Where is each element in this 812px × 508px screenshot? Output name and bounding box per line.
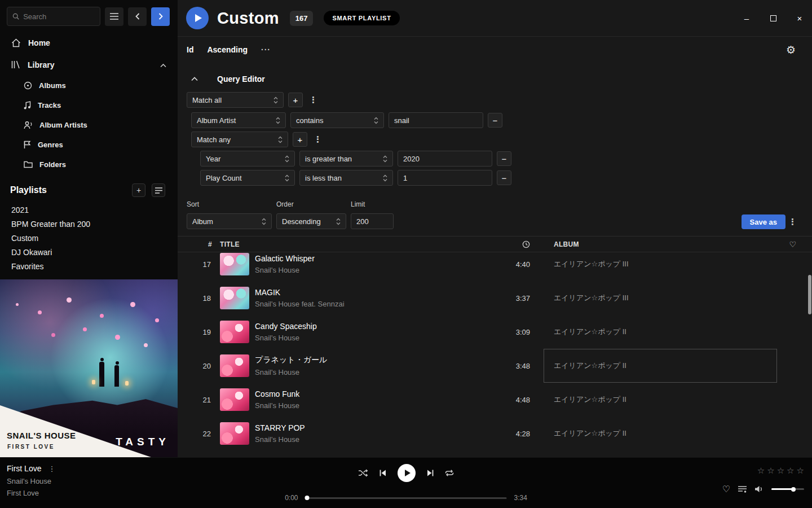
table-row[interactable]: 20 プラネット・ガール Snail's House 3:48 エイリアン☆ポッ… xyxy=(178,349,812,383)
column-header-album[interactable]: ALBUM xyxy=(548,240,774,248)
collapse-button[interactable] xyxy=(187,77,202,81)
star-icon[interactable]: ☆ xyxy=(767,466,774,476)
import-playlist-button[interactable] xyxy=(152,183,165,197)
shuffle-button[interactable] xyxy=(358,469,368,477)
chevron-up-icon[interactable] xyxy=(160,60,166,69)
title-cell: STARRY POP Snail's House xyxy=(255,423,480,444)
star-icon[interactable]: ☆ xyxy=(757,466,765,476)
sidebar-item-home[interactable]: Home xyxy=(0,32,178,54)
rule-value-input[interactable] xyxy=(398,151,492,167)
rule-operator-select[interactable]: is greater than xyxy=(299,151,393,167)
sort-field-button[interactable]: Id xyxy=(187,45,193,54)
remove-rule-button[interactable]: − xyxy=(497,151,511,166)
rating-stars: ☆ ☆ ☆ ☆ ☆ xyxy=(757,466,804,476)
gear-icon[interactable]: ⚙ xyxy=(786,43,796,56)
rule-operator-select[interactable]: contains xyxy=(290,112,384,128)
query-editor-title: Query Editor xyxy=(217,75,265,84)
add-rule-button[interactable]: + xyxy=(288,93,303,107)
volume-handle[interactable] xyxy=(791,487,796,492)
kebab-menu-icon[interactable]: ⋮ xyxy=(48,465,55,473)
track-duration: 3:48 xyxy=(480,362,531,370)
playlist-item-2021[interactable]: 2021 xyxy=(0,203,178,217)
track-duration: 4:28 xyxy=(480,430,531,438)
sidebar-item-albums[interactable]: Albums xyxy=(0,76,178,95)
next-track-button[interactable] xyxy=(426,469,434,477)
kebab-menu-icon[interactable]: ⋮ xyxy=(307,95,319,105)
playlist-item-favorites[interactable]: Favorites xyxy=(0,259,178,273)
rule-field-select[interactable]: Album Artist xyxy=(191,112,286,128)
queue-button[interactable] xyxy=(738,486,747,493)
skip-next-icon xyxy=(426,469,434,477)
menu-button[interactable] xyxy=(105,7,123,26)
column-header-favorite[interactable]: ♡ xyxy=(774,240,812,249)
nav-forward-button[interactable] xyxy=(151,7,170,26)
kebab-menu-icon[interactable]: ⋮ xyxy=(787,217,798,227)
unfold-icon xyxy=(262,218,266,225)
sort-direction-button[interactable]: Ascending xyxy=(207,45,248,54)
favorite-button[interactable]: ♡ xyxy=(722,484,730,494)
add-playlist-button[interactable]: + xyxy=(132,183,145,197)
seek-handle[interactable] xyxy=(305,496,310,500)
play-pause-button[interactable] xyxy=(398,464,416,482)
close-button[interactable]: × xyxy=(795,14,805,23)
sidebar-item-folders[interactable]: Folders xyxy=(0,155,178,174)
seek-bar[interactable] xyxy=(306,497,507,499)
nav-back-button[interactable] xyxy=(128,7,147,26)
match-any-select[interactable]: Match any xyxy=(191,132,288,147)
add-rule-button[interactable]: + xyxy=(293,132,307,147)
table-row[interactable]: 22 STARRY POP Snail's House 4:28 エイリアン☆ポ… xyxy=(178,417,812,450)
column-header-title[interactable]: TITLE xyxy=(220,240,480,248)
rule-value-input[interactable] xyxy=(398,170,492,186)
rule-row: Album Artist contains − xyxy=(191,112,803,128)
rule-field-select[interactable]: Play Count xyxy=(200,170,295,186)
track-album: エイリアン☆ポップ II xyxy=(548,361,774,371)
order-select[interactable]: Descending xyxy=(276,213,346,229)
sidebar-item-tracks[interactable]: Tracks xyxy=(0,95,178,115)
remove-rule-button[interactable]: − xyxy=(488,113,502,128)
playlists-header: Playlists + xyxy=(0,174,178,203)
previous-track-button[interactable] xyxy=(379,469,387,477)
track-artist: Snail's House xyxy=(255,334,480,342)
table-row[interactable]: 19 Candy Spaceship Snail's House 3:09 エイ… xyxy=(178,315,812,349)
sort-select[interactable]: Album xyxy=(187,213,272,229)
playlist-item-dj-okawari[interactable]: DJ Okawari xyxy=(0,245,178,259)
table-row[interactable]: 21 Cosmo Funk Snail's House 4:48 エイリアン☆ポ… xyxy=(178,383,812,417)
kebab-menu-icon[interactable]: ⋮ xyxy=(312,134,324,144)
sidebar-item-genres[interactable]: Genres xyxy=(0,135,178,155)
artist-icon xyxy=(24,121,33,129)
volume-slider[interactable] xyxy=(771,488,804,490)
unfold-icon xyxy=(374,117,378,124)
maximize-button[interactable] xyxy=(768,14,778,23)
table-row[interactable]: 17 Galactic Whisper Snail's House 4:40 エ… xyxy=(178,252,812,281)
playlist-item-bpm[interactable]: BPM Greater than 200 xyxy=(0,217,178,231)
search-input[interactable] xyxy=(23,12,95,21)
remove-rule-button[interactable]: − xyxy=(497,170,511,185)
limit-input[interactable] xyxy=(351,213,394,229)
search-box[interactable] xyxy=(7,7,100,26)
sidebar-item-library[interactable]: Library xyxy=(0,54,178,76)
column-header-duration[interactable] xyxy=(480,240,531,248)
now-playing-info: First Love ⋮ Snail's House First Love xyxy=(7,464,55,497)
more-options-icon[interactable]: ··· xyxy=(261,45,271,54)
track-title: MAGIK xyxy=(255,288,480,297)
table-row[interactable]: 18 MAGIK Snail's House feat. Sennzai 3:3… xyxy=(178,281,812,315)
column-header-index[interactable]: # xyxy=(178,240,220,248)
match-all-select[interactable]: Match all xyxy=(187,92,284,108)
sidebar-item-album-artists[interactable]: Album Artists xyxy=(0,115,178,135)
rule-operator-select[interactable]: is less than xyxy=(299,170,393,186)
rule-value-input[interactable] xyxy=(389,112,483,128)
minimize-button[interactable]: – xyxy=(742,14,752,23)
star-icon[interactable]: ☆ xyxy=(797,466,804,476)
save-as-button[interactable]: Save as xyxy=(742,214,785,229)
right-controls: ♡ xyxy=(722,484,804,494)
star-icon[interactable]: ☆ xyxy=(787,466,794,476)
volume-button[interactable] xyxy=(754,485,764,493)
repeat-button[interactable] xyxy=(445,469,454,477)
plus-icon: + xyxy=(298,135,303,144)
playlist-item-custom[interactable]: Custom xyxy=(0,231,178,245)
scrollbar-thumb[interactable] xyxy=(808,275,811,314)
now-playing-album: First Love xyxy=(7,489,55,497)
star-icon[interactable]: ☆ xyxy=(777,466,784,476)
play-playlist-button[interactable] xyxy=(186,7,209,29)
rule-field-select[interactable]: Year xyxy=(200,151,295,167)
